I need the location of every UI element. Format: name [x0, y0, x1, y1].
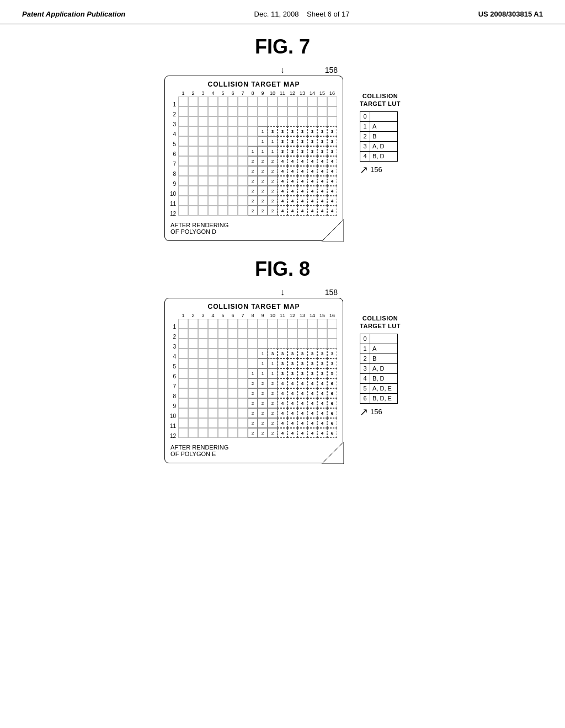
grid-cell: 4	[278, 398, 287, 408]
grid-cell	[218, 156, 228, 166]
grid-cell	[188, 378, 198, 388]
fig8-map-id: 158	[325, 288, 338, 297]
lut-row: 2B	[360, 131, 398, 141]
grid-cell: 4	[287, 156, 297, 166]
table-row: 222444446	[178, 408, 337, 418]
grid-cell: 3	[317, 146, 327, 156]
grid-cell	[278, 106, 287, 116]
grid-cell	[218, 398, 228, 408]
grid-cell	[218, 358, 228, 368]
grid-cell	[287, 339, 297, 349]
grid-cell	[208, 329, 218, 339]
col-label: 2	[188, 90, 198, 96]
grid-cell: 4	[297, 166, 307, 176]
grid-cell	[218, 418, 228, 428]
grid-cell: 2	[258, 428, 268, 438]
grid-cell: 2	[268, 156, 278, 166]
grid-cell	[218, 166, 228, 176]
grid-cell	[297, 97, 307, 106]
grid-cell	[178, 329, 188, 339]
grid-cell	[238, 156, 248, 166]
grid-cell: 4	[317, 418, 327, 428]
grid-cell: 2	[258, 398, 268, 408]
grid-cell	[218, 176, 228, 186]
grid-cell	[238, 176, 248, 186]
grid-cell: 2	[248, 418, 258, 428]
grid-cell: 4	[297, 196, 307, 206]
grid-cell: 3	[307, 136, 317, 146]
fig7-down-arrow: ↓	[280, 65, 285, 74]
col-label: 14	[307, 313, 317, 318]
grid-cell: 6	[327, 428, 337, 438]
grid-cell: 4	[297, 408, 307, 418]
grid-cell: 4	[317, 408, 327, 418]
grid-cell	[228, 368, 238, 378]
grid-cell	[218, 136, 228, 146]
grid-cell: 3	[297, 136, 307, 146]
grid-cell: 3	[327, 146, 337, 156]
grid-cell	[188, 136, 198, 146]
grid-cell: 4	[287, 166, 297, 176]
grid-cell	[188, 418, 198, 428]
grid-cell	[218, 408, 228, 418]
grid-cell: 2	[268, 196, 278, 206]
grid-cell	[218, 319, 228, 329]
grid-cell	[238, 418, 248, 428]
grid-cell: 4	[297, 428, 307, 438]
lut-row: 4B, D	[360, 373, 398, 383]
grid-cell	[228, 428, 238, 438]
fig8-lut-arrow-icon: ↗	[360, 406, 368, 418]
grid-cell: 2	[248, 428, 258, 438]
grid-cell	[218, 116, 228, 126]
grid-cell	[228, 106, 238, 116]
grid-cell: 2	[268, 388, 278, 398]
col-label: 11	[278, 90, 287, 96]
grid-cell: 4	[278, 206, 287, 216]
table-row: 111333333	[178, 146, 337, 156]
grid-cell: 4	[287, 408, 297, 418]
grid-cell	[287, 97, 297, 106]
col-label: 13	[297, 313, 307, 318]
grid-cell: 3	[278, 349, 287, 358]
grid-cell: 3	[287, 358, 297, 368]
grid-cell	[198, 418, 208, 428]
grid-cell	[188, 388, 198, 398]
grid-cell	[268, 329, 278, 339]
grid-cell	[218, 339, 228, 349]
grid-cell: 2	[258, 408, 268, 418]
grid-cell	[178, 146, 188, 156]
fig7-lut-table: 01A2B3A, D4B, D	[360, 111, 398, 162]
grid-cell: 4	[327, 156, 337, 166]
figure-8-section: FIG. 8 ↓ 158 COLLISION TARGET MAP 123456…	[22, 258, 543, 463]
grid-cell	[248, 97, 258, 106]
header-left: Patent Application Publication	[22, 10, 125, 18]
grid-cell	[188, 156, 198, 166]
grid-cell	[218, 428, 228, 438]
fig8-grid-wrapper: 12345678910111213141516 1333333311333333…	[178, 313, 337, 438]
lut-row: 0	[360, 334, 398, 344]
table-row: 222444446	[178, 428, 337, 438]
col-label: 8	[248, 313, 258, 318]
fig8-ctm: COLLISION TARGET MAP 123456789101112 123…	[164, 298, 343, 463]
grid-cell	[188, 408, 198, 418]
grid-cell	[198, 116, 208, 126]
row-label: 9	[170, 401, 177, 411]
lut-index-cell: 4	[360, 151, 370, 161]
grid-cell: 2	[258, 378, 268, 388]
grid-cell: 3	[297, 146, 307, 156]
grid-cell: 3	[327, 136, 337, 146]
grid-cell	[317, 329, 327, 339]
table-row: 222444444	[178, 196, 337, 206]
grid-cell: 4	[327, 166, 337, 176]
grid-cell: 4	[307, 418, 317, 428]
grid-cell	[297, 116, 307, 126]
grid-cell: 4	[297, 176, 307, 186]
grid-cell	[238, 319, 248, 329]
grid-cell	[307, 319, 317, 329]
row-label: 12	[170, 208, 177, 218]
grid-cell: 2	[258, 196, 268, 206]
col-label: 8	[248, 90, 258, 96]
grid-cell	[208, 136, 218, 146]
grid-cell	[238, 146, 248, 156]
grid-cell: 2	[248, 156, 258, 166]
